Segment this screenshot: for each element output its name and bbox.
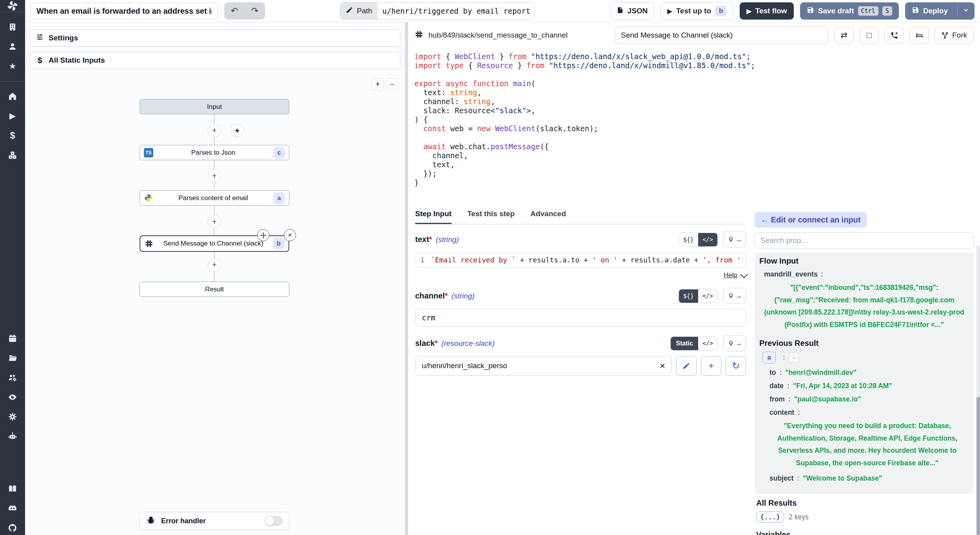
node-parses-to-json[interactable]: TS Parses to Json c: [140, 145, 289, 160]
template-mode-button[interactable]: ${}: [679, 233, 698, 246]
code-mode-button[interactable]: </>: [698, 233, 717, 246]
slack-field-header: slack* (resource-slack) Static </> →: [415, 335, 746, 351]
resources-boxes-icon[interactable]: [4, 147, 21, 163]
path-button[interactable]: Path: [340, 3, 377, 19]
home-icon[interactable]: [4, 89, 21, 104]
hub-path-text[interactable]: hub/849/slack/send_message_to_channel: [428, 31, 568, 40]
flow-settings-label: Settings: [49, 34, 78, 42]
delete-step-button[interactable]: ×: [284, 229, 296, 241]
github-icon[interactable]: [4, 520, 21, 535]
windmill-logo-icon[interactable]: [0, 0, 25, 12]
previous-result-a-row: a : -: [762, 352, 969, 363]
favorites-star-icon[interactable]: ★: [4, 58, 21, 74]
user-icon[interactable]: [4, 39, 21, 54]
search-prop-input[interactable]: [755, 232, 974, 249]
insert-step-button[interactable]: +: [208, 124, 221, 137]
connect-input-button[interactable]: →: [723, 335, 746, 351]
slack-field-label: slack*: [415, 339, 438, 348]
node-input[interactable]: Input: [140, 99, 289, 114]
variables-dollar-icon[interactable]: $: [4, 128, 21, 143]
groups-users-gear-icon[interactable]: [4, 370, 21, 385]
clear-resource-icon[interactable]: ×: [660, 360, 665, 371]
help-link[interactable]: Help: [724, 271, 737, 279]
flow-input-key-row[interactable]: mandrill_events:: [764, 270, 969, 278]
slack-icon: [144, 239, 154, 248]
runs-play-icon[interactable]: ▶: [4, 108, 21, 124]
move-step-button[interactable]: [257, 229, 269, 241]
slack-mode-toggle: Static </>: [670, 336, 718, 351]
insert-step-button[interactable]: +: [208, 215, 221, 228]
insert-step-button[interactable]: +: [208, 169, 221, 183]
workspace-icon[interactable]: [4, 19, 21, 35]
result-row[interactable]: subject:"Welcome to Supabase": [769, 474, 969, 483]
zoom-in-button[interactable]: +: [372, 78, 384, 90]
code-editor[interactable]: import { WebClient } from "https://deno.…: [408, 48, 980, 206]
webhook-phone-button[interactable]: [884, 27, 904, 44]
deploy-dropdown-button[interactable]: [957, 6, 974, 16]
variables-title: Variables: [756, 530, 969, 535]
json-button[interactable]: JSON: [610, 2, 655, 20]
tab-test-this-step[interactable]: Test this step: [467, 206, 515, 224]
edit-resource-button[interactable]: [676, 356, 697, 376]
add-resource-button[interactable]: +: [701, 356, 721, 376]
required-star: *: [445, 291, 448, 300]
slack-resource-picker[interactable]: u/henri/henri_slack_perso ×: [415, 356, 672, 376]
settings-gear-icon[interactable]: [4, 409, 21, 425]
tab-advanced[interactable]: Advanced: [530, 206, 566, 224]
line-number: 1: [420, 256, 425, 264]
test-up-to-button[interactable]: ▶ Test up to b: [661, 2, 733, 20]
connect-input-button[interactable]: →: [723, 288, 746, 304]
path-group: Path: [340, 2, 535, 20]
refresh-resource-button[interactable]: ↻: [726, 356, 746, 376]
path-input[interactable]: [377, 3, 534, 19]
result-row[interactable]: content:"Everything you need to build a …: [769, 408, 969, 469]
template-mode-button[interactable]: ${}: [679, 289, 698, 303]
docs-book-icon[interactable]: [4, 481, 21, 497]
channel-value-input[interactable]: [415, 309, 746, 327]
flow-settings-button[interactable]: Settings: [30, 29, 400, 47]
result-row[interactable]: date:"Fri, Apr 14, 2023 at 10:28 AM": [769, 382, 969, 390]
code-mode-button[interactable]: </>: [698, 289, 717, 303]
folders-icon[interactable]: [4, 350, 21, 366]
deploy-button[interactable]: Deploy: [906, 6, 953, 16]
scrollbar-thumb[interactable]: [976, 397, 980, 535]
node-parses-to-json-label: Parses to Json: [153, 149, 273, 157]
connect-input-button[interactable]: →: [723, 231, 746, 248]
suspend-bed-button[interactable]: [909, 27, 929, 44]
undo-icon[interactable]: ↶: [224, 2, 245, 20]
all-static-inputs-button[interactable]: $ All Static Inputs: [30, 52, 400, 69]
error-handler-node[interactable]: Error handler: [140, 512, 289, 530]
workers-robot-icon[interactable]: [4, 428, 21, 444]
save-draft-button[interactable]: Save draft Ctrl S: [800, 2, 899, 20]
object-expand-badge[interactable]: {...}: [756, 512, 784, 522]
error-handler-toggle[interactable]: [265, 516, 283, 526]
zoom-out-button[interactable]: −: [386, 78, 398, 90]
trigger-zap-button[interactable]: [230, 124, 244, 137]
flow-input-value[interactable]: "[{"event":"inbound","ts":1683819426,"ms…: [759, 282, 969, 331]
text-expression: `Email received by ` + results.a.to + ' …: [431, 256, 746, 264]
static-mode-button[interactable]: Static: [671, 337, 698, 350]
expand-editor-button[interactable]: □: [859, 27, 879, 44]
flow-title-input[interactable]: [31, 3, 218, 19]
audit-logs-eye-icon[interactable]: [4, 389, 21, 405]
code-mode-button[interactable]: </>: [698, 337, 717, 350]
schedules-calendar-icon[interactable]: [4, 331, 21, 346]
fork-button[interactable]: Fork: [935, 27, 974, 44]
text-expression-editor[interactable]: 1 `Email received by ` + results.a.to + …: [415, 252, 746, 268]
result-row[interactable]: to:"henri@windmill.dev": [769, 369, 969, 377]
panel-resize-handle[interactable]: [405, 22, 408, 535]
required-star: *: [429, 235, 432, 244]
test-flow-button[interactable]: ▶ Test flow: [740, 2, 793, 20]
result-key-a-badge[interactable]: a: [762, 352, 776, 363]
swap-script-button[interactable]: ⇄: [834, 27, 854, 44]
edit-or-connect-button[interactable]: ← Edit or connect an input: [755, 212, 867, 228]
insert-step-button[interactable]: +: [208, 258, 221, 271]
node-parses-content-of-email[interactable]: Parses content of email a: [140, 190, 289, 206]
collapse-badge[interactable]: -: [789, 352, 799, 363]
tab-step-input[interactable]: Step Input: [415, 206, 452, 224]
discord-icon[interactable]: [4, 501, 21, 516]
node-result[interactable]: Result: [140, 282, 289, 297]
step-summary-input[interactable]: [615, 27, 829, 44]
redo-icon[interactable]: ↷: [245, 2, 265, 20]
result-row[interactable]: from:"paul@supabase.io": [769, 395, 969, 403]
